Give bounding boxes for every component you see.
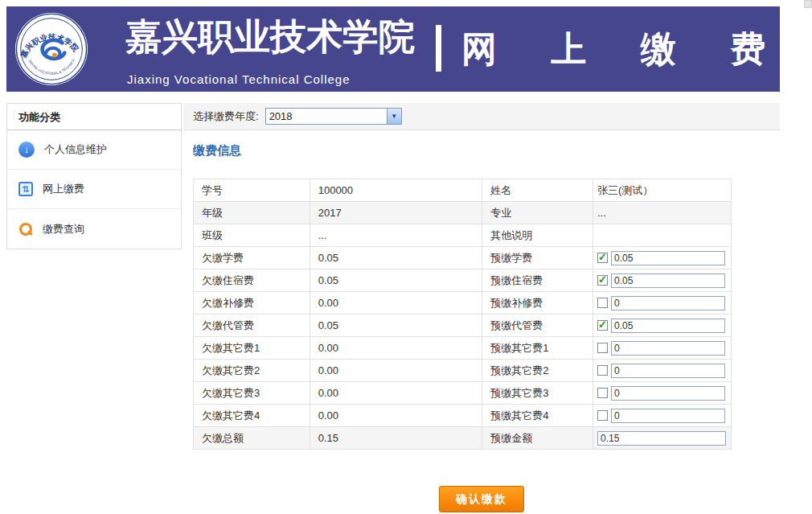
scrollbar-corner <box>804 0 812 8</box>
row-value: 0.00 <box>310 382 482 405</box>
row-label: 欠缴总额 <box>194 427 310 450</box>
row-label: 欠缴住宿费 <box>194 269 310 292</box>
year-select-value: 2018 <box>266 109 387 124</box>
header-divider <box>436 25 441 72</box>
college-name-cn: 嘉兴职业技术学院 <box>125 13 431 61</box>
page-title: 网 上 缴 费 <box>461 26 775 73</box>
sidebar: 功能分类 ↓ 个人信息维护 ⇅ 网上缴费 缴费查询 <box>6 103 182 249</box>
row-label-2: 预缴学费 <box>482 247 593 269</box>
row-label-2: 姓名 <box>482 179 593 202</box>
row-value: 0.00 <box>310 292 482 315</box>
table-row: 班级...其他说明 <box>194 224 732 247</box>
chevron-down-icon[interactable]: ▼ <box>387 109 401 124</box>
year-select[interactable]: 2018 ▼ <box>265 108 402 125</box>
row-control <box>593 337 731 360</box>
row-value: 0.15 <box>310 427 482 450</box>
row-label: 欠缴其它费1 <box>194 337 310 360</box>
row-label: 欠缴其它费2 <box>194 360 310 382</box>
sidebar-item-online-payment[interactable]: ⇅ 网上缴费 <box>7 170 181 209</box>
row-control <box>593 247 731 269</box>
row-control: 张三(测试） <box>593 179 731 202</box>
page-header: 嘉兴职业技术学院 JIAXING VOCATIONAL & TECHNICAL … <box>6 6 780 92</box>
prepay-checkbox[interactable] <box>597 253 608 263</box>
row-label-2: 预缴代管费 <box>482 315 593 337</box>
row-value: 0.05 <box>310 247 482 269</box>
table-row: 欠缴其它费10.00预缴其它费1 <box>194 337 732 360</box>
row-label: 年级 <box>194 202 310 224</box>
prepay-checkbox[interactable] <box>597 388 608 398</box>
row-control <box>593 269 731 292</box>
prepay-checkbox[interactable] <box>597 298 608 308</box>
sidebar-item-label: 网上缴费 <box>43 182 84 196</box>
sidebar-item-label: 个人信息维护 <box>44 142 107 157</box>
row-label-2: 预缴其它费3 <box>482 382 593 405</box>
prepay-checkbox[interactable] <box>597 320 608 331</box>
row-label: 欠缴其它费3 <box>194 382 310 405</box>
table-row: 欠缴学费0.05预缴学费 <box>194 247 732 269</box>
table-row: 欠缴其它费30.00预缴其它费3 <box>194 382 732 405</box>
fee-table: 学号100000姓名张三(测试）年级2017专业...班级...其他说明欠缴学费… <box>193 179 732 450</box>
payment-icon: ⇅ <box>18 182 33 196</box>
row-value: 100000 <box>310 179 482 202</box>
row-value: 2017 <box>310 202 482 224</box>
prepay-checkbox[interactable] <box>597 410 608 421</box>
row-value: 0.00 <box>310 337 482 360</box>
college-logo: 嘉兴职业技术学院 JIAXING VOCATIONAL & TECHNICAL … <box>14 12 88 86</box>
prepay-amount-input[interactable] <box>611 319 725 333</box>
row-label-2: 预缴金额 <box>482 427 593 450</box>
fee-table-body: 学号100000姓名张三(测试）年级2017专业...班级...其他说明欠缴学费… <box>194 179 732 450</box>
table-row: 欠缴代管费0.05预缴代管费 <box>194 315 732 337</box>
confirm-payment-button[interactable]: 确认缴款 <box>439 486 524 512</box>
row-label: 欠缴代管费 <box>194 315 310 337</box>
row-label-2: 预缴其它费2 <box>482 360 593 382</box>
college-name-en: Jiaxing Vocational Technical College <box>127 72 351 86</box>
table-row: 欠缴补修费0.00预缴补修费 <box>194 292 732 315</box>
prepay-checkbox[interactable] <box>597 365 608 376</box>
row-value: 0.05 <box>310 315 482 337</box>
row-label-2: 预缴住宿费 <box>482 269 593 292</box>
row-label-2: 预缴补修费 <box>482 292 593 315</box>
sidebar-item-personal-info[interactable]: ↓ 个人信息维护 <box>7 130 181 170</box>
row-value: ... <box>310 224 482 247</box>
table-row: 年级2017专业... <box>194 202 732 224</box>
sidebar-title: 功能分类 <box>7 104 181 130</box>
sidebar-item-payment-query[interactable]: 缴费查询 <box>7 209 181 249</box>
table-row: 欠缴总额0.15预缴金额 <box>194 427 732 450</box>
row-label: 欠缴其它费4 <box>194 405 310 427</box>
prepay-amount-input[interactable] <box>611 273 725 288</box>
year-select-bar: 选择缴费年度: 2018 ▼ <box>183 103 780 130</box>
row-label-2: 其他说明 <box>482 224 593 247</box>
row-label-2: 专业 <box>482 202 593 224</box>
row-value: 0.00 <box>310 360 482 382</box>
table-row: 欠缴住宿费0.05预缴住宿费 <box>194 269 732 292</box>
table-row: 学号100000姓名张三(测试） <box>194 179 732 202</box>
prepay-amount-input[interactable] <box>611 409 725 423</box>
row-label: 班级 <box>194 224 310 247</box>
table-row: 欠缴其它费40.00预缴其它费4 <box>194 405 732 427</box>
row-control <box>593 315 731 337</box>
prepay-amount-input[interactable] <box>611 364 725 378</box>
row-label: 欠缴学费 <box>194 247 310 269</box>
row-control: ... <box>593 202 731 224</box>
prepay-checkbox[interactable] <box>597 343 608 353</box>
row-label: 学号 <box>194 179 310 202</box>
prepay-amount-input[interactable] <box>611 251 725 265</box>
row-value: 0.00 <box>310 405 482 427</box>
section-title: 缴费信息 <box>193 143 241 158</box>
row-control <box>593 427 731 450</box>
row-label-2: 预缴其它费1 <box>482 337 593 360</box>
row-control <box>593 360 731 382</box>
year-select-label: 选择缴费年度: <box>193 109 259 124</box>
prepay-amount-input[interactable] <box>611 386 725 401</box>
down-arrow-circle-icon: ↓ <box>18 142 35 158</box>
row-label: 欠缴补修费 <box>194 292 310 315</box>
prepay-amount-input[interactable] <box>611 341 725 356</box>
row-control <box>593 224 731 247</box>
prepay-amount-input[interactable] <box>611 296 725 310</box>
row-control <box>593 292 731 315</box>
search-icon <box>18 222 33 236</box>
table-row: 欠缴其它费20.00预缴其它费2 <box>194 360 732 382</box>
prepay-amount-input[interactable] <box>597 431 726 446</box>
prepay-checkbox[interactable] <box>597 275 608 286</box>
row-value: 0.05 <box>310 269 482 292</box>
